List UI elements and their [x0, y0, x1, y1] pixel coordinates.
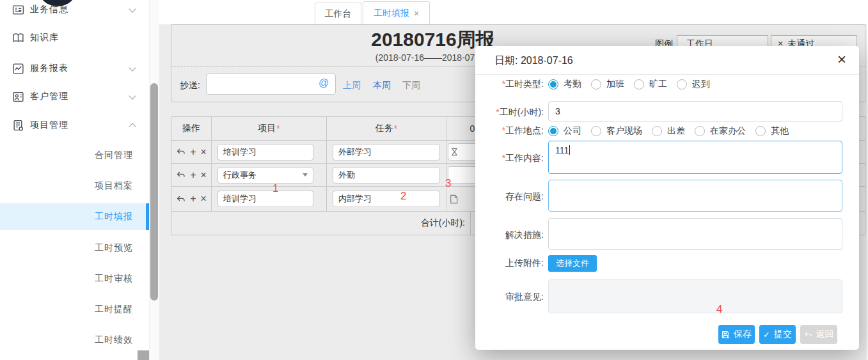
knowledge-base-icon	[12, 32, 24, 44]
radio-dot-icon	[548, 126, 558, 136]
project-select[interactable]: 行政事务	[217, 167, 313, 184]
project-input[interactable]: 培训学习	[217, 191, 313, 207]
submit-button[interactable]: ✓ 提交	[759, 325, 796, 344]
add-row-icon[interactable]: +	[190, 170, 196, 180]
col-header-project: 项目*	[212, 117, 327, 140]
task-input[interactable]: 外勤	[333, 167, 440, 184]
sidebar-item-knowledge-base[interactable]: 知识库	[0, 25, 146, 51]
chevron-down-icon	[129, 64, 136, 71]
problems-textarea[interactable]	[548, 180, 842, 212]
sidebar-item-label: 业务信息	[30, 4, 68, 15]
radio-dot-icon	[591, 126, 601, 136]
delete-row-icon[interactable]: ×	[201, 194, 207, 204]
hours-input[interactable]: 3	[548, 101, 842, 121]
this-week-link[interactable]: 本周	[373, 80, 391, 91]
approval-textarea	[548, 279, 842, 313]
tab-label: 工时填报	[374, 8, 409, 19]
radio-dot-icon	[755, 126, 766, 136]
chevron-up-icon	[129, 123, 136, 130]
required-asterisk: *	[394, 123, 397, 134]
subitem-label: 工时审核	[95, 273, 133, 285]
delete-row-icon[interactable]: ×	[201, 170, 207, 180]
next-week-link[interactable]: 下周	[402, 80, 420, 91]
sidebar-item-label: 项目管理	[30, 120, 68, 131]
hours-label: *工时(小时):	[475, 107, 544, 118]
sidebar-subitem-project-archive[interactable]: 项目档案	[0, 173, 146, 200]
project-mgmt-icon	[12, 120, 24, 132]
sidebar-subitem-timesheet-preview[interactable]: 工时预览	[0, 235, 146, 262]
radio-zaijia-bangong[interactable]: 在家办公	[695, 125, 746, 137]
undo-icon	[804, 331, 812, 339]
radio-dot-icon	[634, 79, 644, 90]
tab-workbench[interactable]: 工作台	[315, 3, 361, 26]
dropdown-caret-icon	[303, 173, 308, 176]
upload-label: 上传附件:	[475, 258, 544, 269]
sidebar-item-service-report[interactable]: 服务报表	[0, 56, 146, 81]
sidebar-subitem-timesheet-fill[interactable]: 工时填报	[0, 203, 146, 230]
subitem-label: 合同管理	[95, 150, 133, 161]
at-mention-icon[interactable]: @	[319, 77, 329, 89]
hourglass-pending-icon	[450, 147, 459, 157]
solutions-textarea[interactable]	[548, 218, 842, 250]
hour-type-label: *工时类型:	[475, 79, 544, 90]
prev-week-link[interactable]: 上周	[343, 80, 361, 91]
sidebar-item-project-mgmt[interactable]: 项目管理	[0, 113, 146, 138]
chevron-down-icon	[129, 5, 136, 12]
chevron-down-icon	[129, 92, 136, 99]
delete-row-icon[interactable]: ×	[201, 147, 207, 157]
project-input[interactable]: 培训学习	[217, 144, 313, 160]
cc-input[interactable]	[206, 74, 336, 95]
radio-dot-icon	[695, 126, 705, 136]
hour-type-radio-group: 考勤 加班 旷工 迟到	[548, 79, 842, 90]
solutions-label: 解决措施:	[475, 230, 544, 241]
problems-label: 存在问题:	[475, 191, 544, 203]
undo-row-icon[interactable]	[176, 194, 185, 204]
task-input[interactable]: 外部学习	[333, 144, 440, 160]
radio-chuchai[interactable]: 出差	[652, 125, 685, 137]
tab-bar: 工作台 工时填报 ×	[159, 0, 868, 24]
subitem-label: 项目档案	[95, 180, 133, 192]
radio-dot-icon	[652, 126, 662, 136]
sidebar-subitem-timesheet-audit[interactable]: 工时审核	[0, 265, 146, 292]
tab-label: 工作台	[325, 8, 352, 20]
choose-file-button[interactable]: 选择文件	[548, 255, 597, 272]
tab-close-icon[interactable]: ×	[414, 8, 419, 19]
sidebar-item-label: 知识库	[30, 32, 59, 43]
dialog-header: 日期: 2018-07-16 ×	[475, 46, 859, 75]
radio-gongsi[interactable]: 公司	[548, 125, 581, 137]
radio-chidao[interactable]: 迟到	[677, 79, 710, 90]
sidebar-scrollbar-thumb[interactable]	[150, 83, 158, 301]
timesheet-app: 业务信息 知识库 服务报表 客户管理	[0, 0, 868, 360]
radio-dot-icon	[548, 79, 558, 90]
radio-qita[interactable]: 其他	[755, 125, 789, 137]
task-input[interactable]: 内部学习	[333, 191, 440, 207]
sidebar-subitem-timesheet-remind[interactable]: 工时提醒	[0, 296, 146, 323]
col-header-operation: 操作	[171, 117, 212, 140]
customer-mgmt-icon	[12, 91, 24, 103]
annotation-2: 2	[400, 190, 406, 203]
sidebar-item-business-info[interactable]: 业务信息	[0, 0, 146, 22]
save-button[interactable]: 保存	[718, 325, 755, 344]
sidebar-subitem-timesheet-performance[interactable]: 工时绩效	[0, 327, 146, 354]
undo-row-icon[interactable]	[176, 147, 185, 157]
add-row-icon[interactable]: +	[190, 194, 196, 204]
required-asterisk: *	[276, 123, 280, 134]
check-icon: ✓	[763, 331, 770, 339]
radio-kuanggong[interactable]: 旷工	[634, 79, 667, 90]
undo-row-icon[interactable]	[176, 170, 185, 180]
radio-jiaban[interactable]: 加班	[591, 79, 624, 90]
sidebar-scrollbar-corner[interactable]	[138, 350, 149, 360]
close-icon[interactable]: ×	[837, 52, 846, 67]
radio-dot-icon	[591, 79, 601, 90]
radio-kaoqin[interactable]: 考勤	[548, 79, 581, 90]
radio-kehu-xianchang[interactable]: 客户现场	[591, 125, 642, 137]
tab-timesheet[interactable]: 工时填报 ×	[363, 1, 430, 26]
total-hours-label: 合计(小时):	[171, 212, 471, 235]
add-row-icon[interactable]: +	[190, 147, 196, 157]
sidebar-subitem-contract-mgmt[interactable]: 合同管理	[0, 142, 146, 169]
back-button[interactable]: 返回	[800, 325, 837, 344]
sidebar-item-customer-mgmt[interactable]: 客户管理	[0, 84, 146, 109]
work-content-label: *工作内容:	[475, 153, 544, 164]
work-content-textarea[interactable]: 111	[548, 141, 842, 174]
annotation-3: 3	[445, 177, 451, 190]
